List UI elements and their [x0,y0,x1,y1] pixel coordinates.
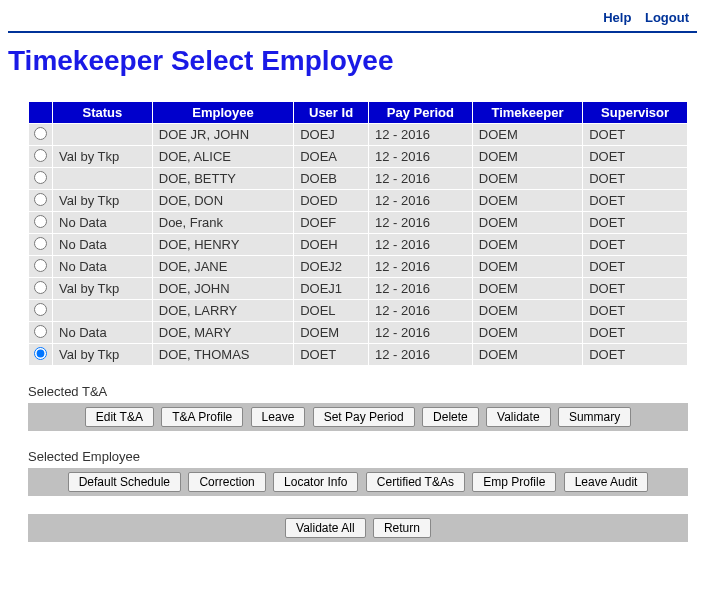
table-row: DOE, LARRYDOEL12 - 2016DOEMDOET [29,300,688,322]
page-title: Timekeeper Select Employee [8,45,697,77]
table-row: DOE JR, JOHNDOEJ12 - 2016DOEMDOET [29,124,688,146]
cell-user_id: DOEJ1 [294,278,369,300]
leave-audit-button[interactable]: Leave Audit [564,472,649,492]
certified-tas-button[interactable]: Certified T&As [366,472,465,492]
cell-user_id: DOEA [294,146,369,168]
cell-status: No Data [53,212,153,234]
selected-ta-bar: Edit T&A T&A Profile Leave Set Pay Perio… [28,403,688,431]
table-row: DOE, BETTYDOEB12 - 2016DOEMDOET [29,168,688,190]
row-select-radio[interactable] [34,149,47,162]
row-select-radio[interactable] [34,325,47,338]
row-select-radio[interactable] [34,127,47,140]
set-pay-period-button[interactable]: Set Pay Period [313,407,415,427]
row-select-cell [29,190,53,212]
cell-status: No Data [53,234,153,256]
cell-employee: Doe, Frank [152,212,293,234]
summary-button[interactable]: Summary [558,407,631,427]
cell-timekeeper: DOEM [472,124,582,146]
cell-user_id: DOEF [294,212,369,234]
cell-status [53,124,153,146]
table-row: Val by TkpDOE, THOMASDOET12 - 2016DOEMDO… [29,344,688,366]
row-select-radio[interactable] [34,215,47,228]
cell-supervisor: DOET [583,190,688,212]
row-select-radio[interactable] [34,303,47,316]
col-status: Status [53,102,153,124]
col-supervisor: Supervisor [583,102,688,124]
cell-status: Val by Tkp [53,146,153,168]
cell-status: Val by Tkp [53,278,153,300]
row-select-radio[interactable] [34,259,47,272]
help-link[interactable]: Help [603,10,631,25]
cell-timekeeper: DOEM [472,278,582,300]
cell-user_id: DOED [294,190,369,212]
table-row: No DataDOE, MARYDOEM12 - 2016DOEMDOET [29,322,688,344]
cell-employee: DOE, JOHN [152,278,293,300]
cell-user_id: DOEB [294,168,369,190]
cell-employee: DOE, LARRY [152,300,293,322]
row-select-radio[interactable] [34,347,47,360]
cell-timekeeper: DOEM [472,300,582,322]
table-row: No DataDOE, JANEDOEJ212 - 2016DOEMDOET [29,256,688,278]
row-select-radio[interactable] [34,193,47,206]
default-schedule-button[interactable]: Default Schedule [68,472,181,492]
delete-button[interactable]: Delete [422,407,479,427]
logout-link[interactable]: Logout [645,10,689,25]
cell-status [53,300,153,322]
correction-button[interactable]: Correction [188,472,265,492]
cell-timekeeper: DOEM [472,256,582,278]
col-timekeeper: Timekeeper [472,102,582,124]
return-button[interactable]: Return [373,518,431,538]
validate-button[interactable]: Validate [486,407,550,427]
cell-employee: DOE, DON [152,190,293,212]
cell-supervisor: DOET [583,146,688,168]
cell-supervisor: DOET [583,300,688,322]
locator-info-button[interactable]: Locator Info [273,472,358,492]
cell-employee: DOE, MARY [152,322,293,344]
bottom-bar: Validate All Return [28,514,688,542]
cell-user_id: DOEH [294,234,369,256]
table-row: Val by TkpDOE, ALICEDOEA12 - 2016DOEMDOE… [29,146,688,168]
col-payperiod: Pay Period [368,102,472,124]
cell-pay_period: 12 - 2016 [368,344,472,366]
cell-pay_period: 12 - 2016 [368,300,472,322]
cell-timekeeper: DOEM [472,168,582,190]
selected-employee-bar: Default Schedule Correction Locator Info… [28,468,688,496]
cell-user_id: DOET [294,344,369,366]
cell-supervisor: DOET [583,168,688,190]
cell-user_id: DOEM [294,322,369,344]
emp-profile-button[interactable]: Emp Profile [472,472,556,492]
row-select-cell [29,300,53,322]
row-select-radio[interactable] [34,281,47,294]
ta-profile-button[interactable]: T&A Profile [161,407,243,427]
row-select-cell [29,256,53,278]
cell-status: Val by Tkp [53,344,153,366]
cell-employee: DOE, ALICE [152,146,293,168]
header-links: Help Logout [8,8,697,31]
cell-timekeeper: DOEM [472,344,582,366]
cell-supervisor: DOET [583,344,688,366]
header-rule [8,31,697,33]
cell-timekeeper: DOEM [472,146,582,168]
row-select-radio[interactable] [34,237,47,250]
cell-employee: DOE, HENRY [152,234,293,256]
cell-pay_period: 12 - 2016 [368,212,472,234]
row-select-cell [29,234,53,256]
table-row: Val by TkpDOE, DONDOED12 - 2016DOEMDOET [29,190,688,212]
cell-status [53,168,153,190]
cell-pay_period: 12 - 2016 [368,256,472,278]
row-select-radio[interactable] [34,171,47,184]
cell-supervisor: DOET [583,278,688,300]
cell-pay_period: 12 - 2016 [368,168,472,190]
validate-all-button[interactable]: Validate All [285,518,365,538]
cell-employee: DOE, BETTY [152,168,293,190]
cell-pay_period: 12 - 2016 [368,322,472,344]
cell-pay_period: 12 - 2016 [368,234,472,256]
leave-button[interactable]: Leave [251,407,306,427]
row-select-cell [29,322,53,344]
edit-ta-button[interactable]: Edit T&A [85,407,154,427]
cell-status: Val by Tkp [53,190,153,212]
cell-employee: DOE, THOMAS [152,344,293,366]
col-select [29,102,53,124]
table-row: Val by TkpDOE, JOHNDOEJ112 - 2016DOEMDOE… [29,278,688,300]
col-employee: Employee [152,102,293,124]
